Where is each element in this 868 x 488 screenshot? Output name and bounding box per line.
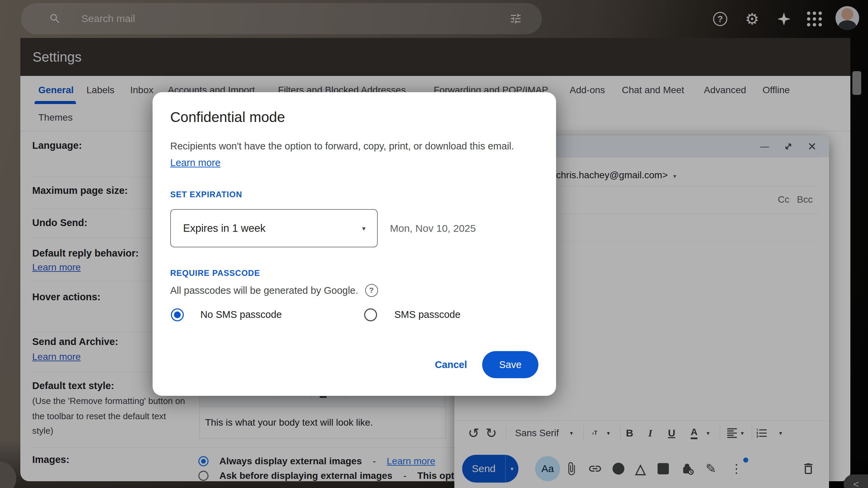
gmail-screen: ? ⚙ Settings General Labels Inbox Accoun… [0,0,868,488]
confidential-mode-dialog: Confidential mode Recipients won't have … [153,92,556,396]
dialog-learn-more-link[interactable]: Learn more [170,157,220,168]
radio-no-sms-passcode[interactable] [171,308,184,321]
radio-sms-passcode[interactable] [364,308,377,321]
expiration-select[interactable]: Expires in 1 week ▾ [170,209,378,247]
dialog-title: Confidential mode [170,109,285,125]
set-expiration-label: SET EXPIRATION [170,190,242,199]
expiration-value: Expires in 1 week [183,222,265,235]
save-button[interactable]: Save [482,351,538,378]
dialog-description: Recipients won't have the option to forw… [170,141,514,152]
radio-label: No SMS passcode [200,309,282,320]
chevron-down-icon: ▾ [362,224,366,232]
expiration-date: Mon, Nov 10, 2025 [390,209,476,247]
passcode-options: No SMS passcode SMS passcode [153,308,556,322]
passcode-note: All passcodes will be generated by Googl… [170,284,378,297]
cancel-button[interactable]: Cancel [431,351,471,378]
help-icon[interactable]: ? [365,284,378,297]
require-passcode-label: REQUIRE PASSCODE [170,268,260,278]
radio-label: SMS passcode [394,309,460,320]
